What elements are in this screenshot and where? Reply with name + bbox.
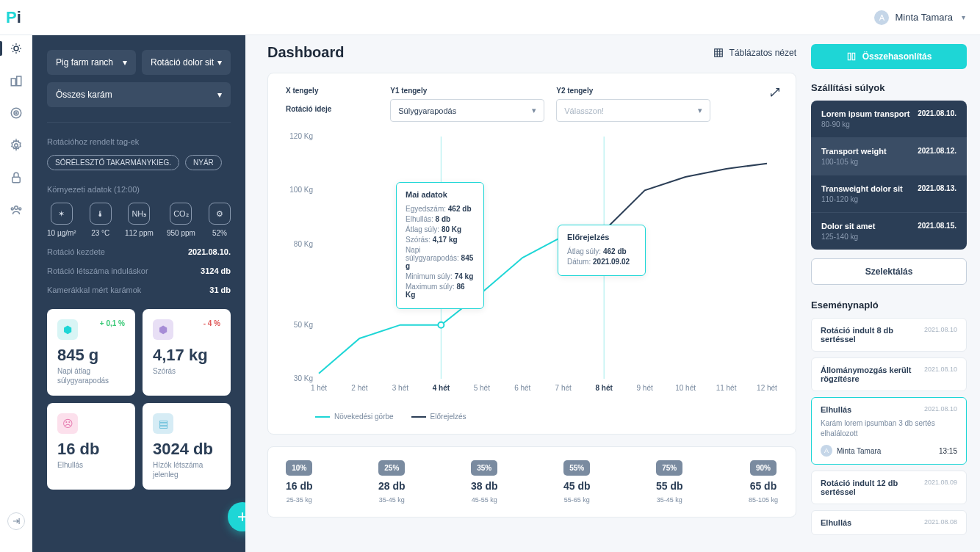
bucket-count: 45 db xyxy=(563,480,591,492)
svg-point-5 xyxy=(15,112,17,114)
bucket-range: 35-45 kg xyxy=(657,496,682,504)
event-card[interactable]: Elhullás2021.08.08 xyxy=(811,510,967,535)
svg-point-8 xyxy=(14,206,18,210)
env-row: ✶10 µg/m²🌡23 °CNH₃112 ppmCO₂950 ppm⚙52% xyxy=(47,203,231,237)
user-menu[interactable]: A Minta Tamara xyxy=(874,10,965,25)
stat-delta: + 0,1 % xyxy=(100,319,125,327)
svg-text:12 hét: 12 hét xyxy=(757,384,777,392)
info-row: Kamerákkal mért karámok31 db xyxy=(47,286,231,294)
svg-rect-2 xyxy=(16,76,21,86)
svg-point-0 xyxy=(14,46,18,51)
bucket: 75%55 db35-45 kg xyxy=(656,460,683,504)
bucket-pct: 55% xyxy=(563,460,590,476)
tag-pill[interactable]: NYÁR xyxy=(185,155,222,170)
user-name: Minta Tamara xyxy=(895,12,953,23)
nav-users-icon[interactable] xyxy=(9,203,24,217)
add-fab[interactable]: + xyxy=(228,502,245,531)
stat-value: 3024 db xyxy=(153,440,220,459)
event-card[interactable]: Állománymozgás került rögzítésre2021.08.… xyxy=(811,357,967,391)
y2-select[interactable]: Válasszon!▾ xyxy=(556,99,710,122)
bucket-range: 85-105 kg xyxy=(749,496,778,504)
bucket: 35%38 db45-55 kg xyxy=(471,460,498,504)
event-card[interactable]: Rotáció indult 12 db sertéssel2021.08.09 xyxy=(811,471,967,504)
env-item: NH₃112 ppm xyxy=(125,203,154,237)
svg-text:7 hét: 7 hét xyxy=(555,384,572,392)
svg-text:30 Kg: 30 Kg xyxy=(294,374,313,382)
avatar-icon: A xyxy=(874,10,889,25)
svg-text:2 hét: 2 hét xyxy=(351,384,367,392)
y1-select[interactable]: Súlygyarapodás▾ xyxy=(390,99,544,122)
svg-text:11 hét: 11 hét xyxy=(716,384,737,392)
env-icon: 🌡 xyxy=(90,203,112,225)
expand-icon[interactable] xyxy=(769,87,781,101)
divider xyxy=(47,122,231,123)
tag-pill[interactable]: SÖRÉLESZTŐ TAKARMÁNYKIEG. xyxy=(47,155,179,170)
bucket-count: 28 db xyxy=(378,480,406,492)
svg-text:1 hét: 1 hét xyxy=(311,384,327,392)
dark-panel: Pig farm ranch▾ Rotáció dolor sit▾ Össze… xyxy=(32,0,245,552)
bucket-range: 55-65 kg xyxy=(564,496,590,504)
nav-gear-icon[interactable] xyxy=(9,138,24,153)
sidebar-nav xyxy=(0,0,32,552)
bucket-count: 38 db xyxy=(471,480,498,492)
svg-text:4 hét: 4 hét xyxy=(433,384,450,392)
logo: Pi xyxy=(6,8,21,27)
svg-rect-7 xyxy=(12,177,20,183)
svg-text:50 Kg: 50 Kg xyxy=(294,321,313,329)
bucket-pct: 25% xyxy=(378,460,405,476)
tooltip-forecast: Előrejelzés Átlag súly: 462 dbDátum: 202… xyxy=(558,225,646,276)
stat-card[interactable]: ▤ 3024 db Hízók létszáma jelenleg xyxy=(143,403,231,490)
shipment-row[interactable]: Lorem ipsum transport80-90 kg2021.08.10. xyxy=(811,101,967,138)
stat-label: Szórás xyxy=(153,366,220,376)
nav-dashboard-icon[interactable] xyxy=(9,41,24,56)
event-card[interactable]: Elhullás2021.08.10 Karám lorem ipsumban … xyxy=(811,397,967,465)
svg-text:6 hét: 6 hét xyxy=(514,384,530,392)
bucket: 90%65 db85-105 kg xyxy=(749,460,778,504)
stat-card[interactable]: ⬢ + 0,1 % 845 g Napi átlag súlygyarapodá… xyxy=(47,309,135,396)
stat-value: 845 g xyxy=(57,346,125,365)
right-panel: Összehasonlítás Szállítási súlyok Lorem … xyxy=(811,0,980,552)
nav-target-icon[interactable] xyxy=(9,106,24,120)
table-view-link[interactable]: Táblázatos nézet xyxy=(713,48,796,58)
x-axis-value: Rotáció ideje xyxy=(286,105,331,113)
select-button[interactable]: Szelektálás xyxy=(811,258,967,285)
svg-rect-1 xyxy=(11,79,15,86)
rotation-select[interactable]: Rotáció dolor sit▾ xyxy=(142,50,231,75)
pen-select[interactable]: Összes karám▾ xyxy=(47,82,231,107)
bucket-count: 55 db xyxy=(656,480,683,492)
env-icon: CO₂ xyxy=(170,203,192,225)
compare-button[interactable]: Összehasonlítás xyxy=(811,44,967,69)
shipments-title: Szállítási súlyok xyxy=(811,82,967,93)
bucket-count: 65 db xyxy=(750,480,777,492)
stat-icon: ⬢ xyxy=(153,319,173,340)
env-icon: ⚙ xyxy=(209,203,231,225)
info-row: Rotáció létszáma induláskor3124 db xyxy=(47,266,231,275)
stat-card[interactable]: ⬢ - 4 % 4,17 kg Szórás xyxy=(143,309,231,396)
svg-text:100 Kg: 100 Kg xyxy=(289,186,313,194)
x-axis-label: X tengely xyxy=(286,87,331,95)
tags-row: SÖRÉLESZTŐ TAKARMÁNYKIEG. NYÁR xyxy=(47,155,231,170)
nav-collapse-icon[interactable] xyxy=(7,512,25,530)
shipment-row[interactable]: Transweight dolor sit110-120 kg2021.08.1… xyxy=(811,175,967,213)
nav-buildings-icon[interactable] xyxy=(9,73,24,88)
bucket-range: 45-55 kg xyxy=(472,496,497,504)
event-card[interactable]: Rotáció indult 8 db sertéssel2021.08.10 xyxy=(811,318,967,352)
shipment-row[interactable]: Dolor sit amet125-140 kg2021.08.15. xyxy=(811,213,967,250)
bucket: 10%16 db25-35 kg xyxy=(286,460,313,504)
tags-label: Rotációhoz rendelt tag-ek xyxy=(47,137,231,146)
logo-i: i xyxy=(17,8,21,27)
shipment-row[interactable]: Transport weight100-105 kg2021.08.12. xyxy=(811,138,967,175)
svg-point-10 xyxy=(18,208,21,210)
tooltip-today: Mai adatok Egyedszám: 462 dbElhullás: 8 … xyxy=(396,182,484,309)
stat-card[interactable]: ☹ 16 db Elhullás xyxy=(47,403,135,490)
legend-item: Növekedési görbe xyxy=(315,413,394,421)
svg-text:3 hét: 3 hét xyxy=(392,384,408,392)
shipments-card: Lorem ipsum transport80-90 kg2021.08.10.… xyxy=(811,101,967,250)
env-item: CO₂950 ppm xyxy=(167,203,195,237)
svg-point-6 xyxy=(14,144,18,148)
farm-select[interactable]: Pig farm ranch▾ xyxy=(47,50,136,75)
bucket-range: 35-45 kg xyxy=(379,496,405,504)
y1-label: Y1 tengely xyxy=(390,87,544,95)
bucket-range: 25-35 kg xyxy=(287,496,312,504)
nav-lock-icon[interactable] xyxy=(9,170,24,185)
